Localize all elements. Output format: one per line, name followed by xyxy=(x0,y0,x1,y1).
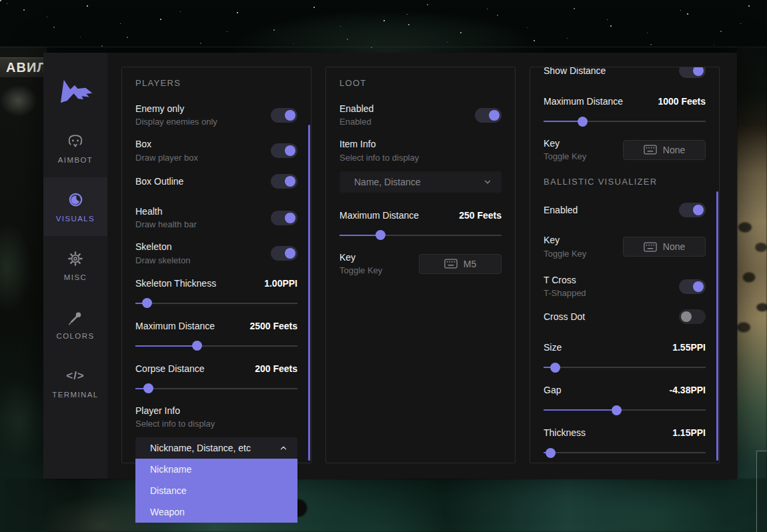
panel-title: LOOT xyxy=(339,78,502,88)
show-distance-keybind-button[interactable]: None xyxy=(623,140,706,160)
visualizer-max-distance-slider[interactable] xyxy=(544,116,706,127)
player-info-selected: Nickname, Distance, etc xyxy=(145,443,251,453)
box-outline-label: Box Outline xyxy=(135,175,183,187)
size-slider[interactable] xyxy=(544,362,706,373)
dropdown-option-weapon[interactable]: Weapon xyxy=(135,501,297,523)
box-outline-row: Box Outline xyxy=(135,174,297,189)
content-area: PLAYERS Enemy only Display enemies only … xyxy=(107,53,737,479)
slider-fill xyxy=(135,388,148,389)
t-cross-toggle[interactable] xyxy=(679,279,706,294)
sidebar-item-label: COLORS xyxy=(57,332,95,340)
eyedropper-icon xyxy=(67,309,84,326)
size-group: Size 1.55PPI xyxy=(544,341,706,373)
slider-knob[interactable] xyxy=(550,363,560,373)
box-toggle[interactable] xyxy=(271,143,297,158)
ballistic-keybind-button[interactable]: None xyxy=(623,237,706,257)
horizon-line xyxy=(0,47,767,47)
player-info-dropdown: Nickname Distance Weapon xyxy=(135,459,297,523)
box-label: Box xyxy=(135,138,198,150)
max-distance-slider[interactable] xyxy=(135,341,297,351)
loot-max-distance-slider[interactable] xyxy=(339,230,502,241)
loot-panel: LOOT Enabled Enabled Item Info Select in… xyxy=(325,67,516,463)
thickness-value: 1.15PPI xyxy=(672,427,706,438)
item-info-group: Item Info Select info to display Name, D… xyxy=(339,138,502,192)
ballistic-enabled-label: Enabled xyxy=(544,204,578,216)
bot-face-icon xyxy=(67,133,84,150)
slider-fill xyxy=(339,235,380,236)
loot-enabled-label: Enabled xyxy=(339,103,373,115)
slider-fill xyxy=(544,409,616,411)
sidebar-item-aimbot[interactable]: AIMBOT xyxy=(43,119,107,177)
toggle-knob xyxy=(285,176,295,187)
enemy-only-toggle[interactable] xyxy=(271,108,297,123)
game-scene-bottom xyxy=(0,479,767,532)
loot-key-desc: Toggle Key xyxy=(339,265,382,276)
item-info-label: Item Info xyxy=(339,138,502,150)
skeleton-thickness-group: Skeleton Thickness 1.00PPI xyxy=(135,277,297,309)
loot-max-distance-label: Maximum Distance xyxy=(339,209,419,221)
wolf-logo-icon xyxy=(56,75,95,107)
size-value: 1.55PPI xyxy=(672,342,706,353)
slider-knob[interactable] xyxy=(578,117,588,127)
visualizer-max-distance-value: 1000 Feets xyxy=(658,96,706,107)
skeleton-thickness-slider[interactable] xyxy=(135,298,297,309)
thickness-slider[interactable] xyxy=(544,447,706,458)
game-ui-corner-box xyxy=(756,451,767,532)
slider-knob[interactable] xyxy=(375,230,386,240)
keyboard-icon xyxy=(644,145,657,155)
slider-knob[interactable] xyxy=(612,405,622,415)
t-cross-row: T Cross T-Shapped xyxy=(544,274,706,299)
player-info-label: Player Info xyxy=(135,405,297,417)
loot-enabled-row: Enabled Enabled xyxy=(339,103,502,127)
dropdown-option-distance[interactable]: Distance xyxy=(135,480,297,501)
corpse-distance-group: Corpse Distance 200 Feets xyxy=(135,362,297,394)
sidebar-item-visuals[interactable]: VISUALS xyxy=(43,177,107,236)
show-distance-toggle[interactable] xyxy=(679,67,706,78)
logo-area xyxy=(43,53,107,119)
item-info-select[interactable]: Name, Distance xyxy=(339,171,502,193)
sidebar-item-terminal[interactable]: </> TERMINAL xyxy=(43,353,107,412)
loot-enabled-toggle[interactable] xyxy=(475,108,502,123)
game-scene-left xyxy=(0,47,47,532)
gap-label: Gap xyxy=(544,384,561,396)
t-cross-desc: T-Shapped xyxy=(544,288,586,299)
slider-knob[interactable] xyxy=(143,383,153,393)
slider-knob[interactable] xyxy=(192,341,202,351)
thickness-label: Thickness xyxy=(544,427,586,439)
health-label: Health xyxy=(135,205,197,217)
box-outline-toggle[interactable] xyxy=(271,174,297,189)
sidebar-item-colors[interactable]: COLORS xyxy=(43,295,107,353)
item-info-selected: Name, Distance xyxy=(349,177,421,187)
show-distance-key-row: Key Toggle Key None xyxy=(544,137,706,162)
keyboard-icon xyxy=(444,259,458,269)
corpse-distance-slider[interactable] xyxy=(135,383,297,394)
players-max-distance-group: Maximum Distance 2500 Feets xyxy=(135,319,297,351)
slider-track xyxy=(544,452,706,453)
sidebar-item-label: VISUALS xyxy=(56,215,95,223)
slider-fill xyxy=(544,452,550,453)
ballistic-enabled-toggle[interactable] xyxy=(679,203,706,217)
slider-knob[interactable] xyxy=(142,298,152,308)
slider-knob[interactable] xyxy=(546,448,556,458)
visualizer-scrollbar-thumb[interactable] xyxy=(716,191,718,461)
player-info-select[interactable]: Nickname, Distance, etc xyxy=(135,437,297,459)
sidebar-item-label: MISC xyxy=(64,273,87,281)
toggle-knob xyxy=(681,311,692,322)
toggle-knob xyxy=(285,145,295,156)
skeleton-toggle[interactable] xyxy=(271,246,297,261)
ballistic-visualizer-title: BALLISTIC VISUALIZER xyxy=(544,177,706,187)
night-sky-background xyxy=(0,0,767,53)
sidebar-item-misc[interactable]: MISC xyxy=(43,236,107,295)
cross-dot-label: Cross Dot xyxy=(544,311,585,323)
dropdown-option-nickname[interactable]: Nickname xyxy=(135,459,297,480)
keybind-value: None xyxy=(663,241,685,252)
visualizer-panel: Show Distance Maximum Distance 1000 Feet… xyxy=(530,67,720,463)
gap-slider[interactable] xyxy=(544,405,706,415)
loot-keybind-button[interactable]: M5 xyxy=(419,254,502,274)
players-scrollbar-thumb[interactable] xyxy=(308,125,310,461)
box-desc: Draw player box xyxy=(135,153,198,163)
sidebar: AIMBOT VISUALS xyxy=(43,53,107,479)
cross-dot-toggle[interactable] xyxy=(679,309,706,324)
toggle-knob xyxy=(285,110,295,121)
health-toggle[interactable] xyxy=(271,211,297,225)
